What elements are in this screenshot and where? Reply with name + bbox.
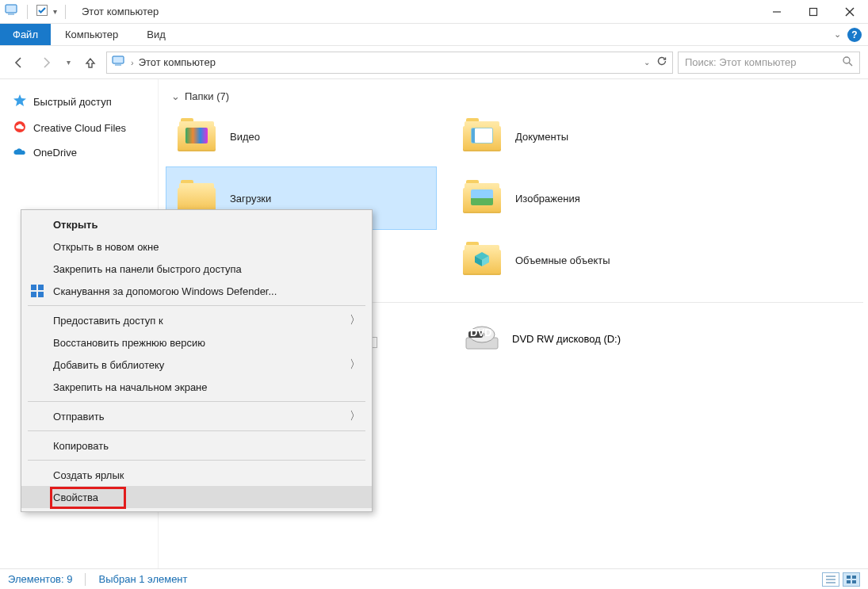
window-title: Этот компьютер [82,6,159,17]
menu-item-send-to[interactable]: Отправить〉 [21,405,372,427]
menu-item-label: Отправить [53,411,104,423]
status-count: Элементов: 9 [8,573,72,585]
pc-icon [112,55,126,69]
close-button[interactable] [832,0,868,24]
context-menu: Открыть Открыть в новом окне Закрепить н… [21,209,373,512]
sidebar-item-label: OneDrive [33,147,77,159]
sidebar-item-onedrive[interactable]: OneDrive [6,141,151,164]
quick-access-toolbar: ▾ [0,4,74,19]
folder-videos[interactable]: Видео [166,105,436,167]
svg-rect-28 [852,576,856,579]
folders-section-header[interactable]: ⌄ Папки (7) [166,87,868,105]
menu-item-open[interactable]: Открыть [21,213,372,235]
folder-icon [463,120,504,153]
sidebar-item-creative-cloud[interactable]: Creative Cloud Files [6,115,151,141]
svg-rect-1 [8,13,14,15]
ribbon: Файл Компьютер Вид ⌄ ? [0,24,868,46]
device-dvd[interactable]: DVD DVD RW дисковод (D:) [452,314,721,364]
breadcrumb-chevron-icon[interactable]: › [131,58,134,67]
cloud-icon [13,120,27,136]
svg-text:DVD: DVD [470,327,491,338]
view-details-button[interactable] [822,572,839,587]
qat-dropdown-icon[interactable]: ▾ [53,7,57,16]
ribbon-tab-view[interactable]: Вид [132,24,180,45]
status-bar: Элементов: 9 Выбран 1 элемент [0,568,868,589]
menu-item-label: Закрепить на начальном экране [53,381,208,393]
menu-separator [28,401,365,402]
svg-rect-21 [38,285,44,290]
ribbon-tab-computer[interactable]: Компьютер [51,24,132,45]
svg-rect-20 [31,285,36,290]
address-bar[interactable]: › Этот компьютер ⌄ [106,52,673,74]
svg-rect-4 [810,8,817,15]
view-large-icons-button[interactable] [843,572,860,587]
submenu-arrow-icon: 〉 [350,409,361,423]
svg-rect-29 [847,580,851,583]
help-icon[interactable]: ? [847,28,862,42]
menu-item-copy[interactable]: Копировать [21,434,372,457]
folder-label: Видео [230,131,260,143]
back-button[interactable] [8,52,30,74]
qat-separator-2 [65,5,66,19]
up-button[interactable] [79,52,101,74]
svg-rect-30 [852,580,856,583]
menu-separator [28,305,365,306]
search-icon[interactable] [842,55,853,69]
pc-icon [5,4,19,19]
minimize-button[interactable] [759,0,795,24]
recent-dropdown-icon[interactable]: ▾ [62,52,75,74]
menu-item-label: Копировать [53,440,109,452]
menu-item-label: Восстановить прежнюю версию [53,337,205,349]
status-selection: Выбран 1 элемент [98,573,187,585]
folder-pictures[interactable]: Изображения [452,167,721,229]
menu-item-label: Добавить в библиотеку [53,359,164,371]
ribbon-collapse-icon[interactable]: ⌄ [834,29,841,40]
chevron-down-icon: ⌄ [171,90,180,102]
svg-rect-7 [113,56,124,63]
window-buttons [759,0,868,24]
folder-label: Объемные объекты [515,254,610,266]
folder-documents[interactable]: Документы [452,105,721,167]
forward-button[interactable] [35,52,57,74]
sidebar-item-quick-access[interactable]: Быстрый доступ [6,89,151,115]
menu-item-label: Свойства [53,491,98,503]
menu-item-label: Закрепить на панели быстрого доступа [53,263,242,275]
refresh-icon[interactable] [656,55,667,69]
menu-item-defender-scan[interactable]: Сканування за допомогою Windows Defender… [21,280,372,302]
folder-3d-objects[interactable]: Объемные объекты [452,229,721,291]
menu-separator [28,430,365,431]
search-input[interactable]: Поиск: Этот компьютер [678,52,860,74]
menu-item-label: Предоставить доступ к [53,315,163,327]
menu-item-share[interactable]: Предоставить доступ к〉 [21,309,372,331]
menu-item-pin-start[interactable]: Закрепить на начальном экране [21,376,372,398]
menu-item-open-new-window[interactable]: Открыть в новом окне [21,235,372,258]
defender-icon [29,283,45,299]
svg-rect-27 [847,576,851,579]
menu-item-label: Создать ярлык [53,469,124,481]
menu-item-properties[interactable]: Свойства [21,486,372,508]
menu-item-label: Открыть [53,219,98,231]
svg-point-9 [843,57,850,63]
section-title: Папки (7) [185,90,229,102]
menu-item-pin-quick-access[interactable]: Закрепить на панели быстрого доступа [21,258,372,280]
menu-item-create-shortcut[interactable]: Создать ярлык [21,464,372,486]
folder-icon [178,120,219,153]
menu-item-label: Сканування за допомогою Windows Defender… [53,285,277,297]
status-separator [85,573,86,586]
device-label: DVD RW дисковод (D:) [512,333,621,345]
address-dropdown-icon[interactable]: ⌄ [644,58,650,67]
star-icon [13,94,27,110]
breadcrumb[interactable]: Этот компьютер [139,56,216,68]
menu-item-add-library[interactable]: Добавить в библиотеку〉 [21,354,372,376]
titlebar: ▾ Этот компьютер [0,0,868,24]
submenu-arrow-icon: 〉 [350,313,361,327]
folder-label: Загрузки [230,193,271,205]
checkbox-icon[interactable] [36,4,48,19]
menu-item-label: Открыть в новом окне [53,241,159,253]
submenu-arrow-icon: 〉 [350,358,361,372]
menu-separator [28,460,365,461]
menu-item-restore-previous[interactable]: Восстановить прежнюю версию [21,331,372,354]
maximize-button[interactable] [795,0,832,24]
ribbon-file-tab[interactable]: Файл [0,24,51,45]
sidebar-item-label: Быстрый доступ [33,96,112,108]
